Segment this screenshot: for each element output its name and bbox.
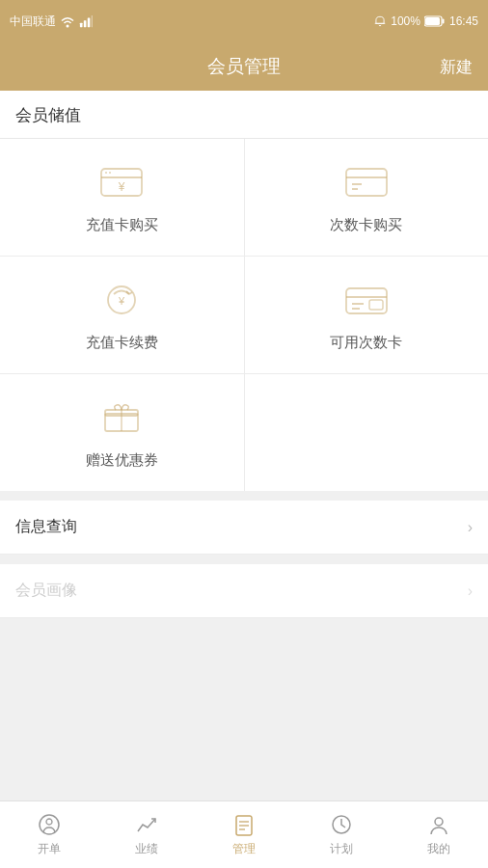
nav-jihua-label: 计划 [330,841,353,857]
separator-2 [0,555,488,564]
gift-coupon-cell[interactable]: 赠送优惠券 [0,374,245,491]
recharge-renew-cell[interactable]: ¥ 充值卡续费 [0,257,245,373]
grid-container: ¥ 充值卡购买 次数卡购买 [0,139,488,491]
carrier-text: 中国联通 [10,14,56,30]
nav-wode-label: 我的 [427,841,450,857]
new-button[interactable]: 新建 [440,56,473,78]
info-query-row[interactable]: 信息查询 › [0,501,488,555]
main-content: 会员储值 ¥ 充值卡购买 [0,91,488,800]
member-profile-row: 会员画像 › [0,564,488,618]
svg-point-0 [67,25,69,28]
nav-item-guanli[interactable]: 管理 [195,806,292,863]
recharge-renew-icon: ¥ [98,278,145,324]
member-profile-arrow: › [468,583,473,600]
svg-rect-12 [346,169,387,196]
battery-text: 100% [391,14,420,28]
wifi-icon [60,14,75,28]
nav-item-wode[interactable]: 我的 [391,806,488,863]
nav-yeji-label: 业绩 [135,841,158,857]
svg-rect-2 [84,20,87,27]
gift-icon [98,395,145,442]
svg-point-33 [435,818,443,826]
info-query-arrow: › [468,519,473,536]
notification-icon [373,14,387,28]
signal-icon [79,14,93,28]
nav-item-kaidan[interactable]: 开单 [0,806,97,863]
svg-point-27 [46,819,52,825]
page-title: 会员管理 [207,54,281,79]
svg-rect-1 [80,23,83,27]
separator-1 [0,491,488,501]
svg-rect-4 [92,15,93,27]
section-title: 会员储值 [0,91,488,139]
bottom-nav: 开单 业绩 管理 计划 [0,800,488,868]
empty-cell [245,374,489,491]
kaidan-icon [37,812,62,837]
gift-coupon-label: 赠送优惠券 [86,451,158,470]
header: 会员管理 新建 [0,42,488,91]
svg-rect-3 [88,18,91,28]
status-left: 中国联通 [10,14,93,30]
grid-row-1: ¥ 充值卡购买 次数卡购买 [0,139,488,257]
info-query-label: 信息查询 [15,517,468,537]
wode-icon [426,812,451,837]
svg-rect-22 [369,300,383,310]
yeji-icon [134,812,159,837]
svg-rect-7 [442,19,444,24]
status-right: 100% 16:45 [373,14,478,28]
grid-row-3: 赠送优惠券 [0,374,488,491]
recharge-renew-label: 充值卡续费 [86,334,158,352]
times-card-icon [343,160,390,206]
recharge-buy-cell[interactable]: ¥ 充值卡购买 [0,139,245,256]
nav-item-yeji[interactable]: 业绩 [97,806,195,863]
available-card-icon [343,278,390,324]
svg-text:¥: ¥ [118,295,125,307]
battery-icon [424,15,446,27]
svg-rect-8 [425,17,440,25]
recharge-buy-label: 充值卡购买 [86,216,158,234]
nav-kaidan-label: 开单 [38,841,61,857]
grid-row-2: ¥ 充值卡续费 可用次数卡 [0,257,488,374]
available-times-cell[interactable]: 可用次数卡 [245,257,489,373]
available-times-label: 可用次数卡 [330,334,402,352]
member-profile-label: 会员画像 [15,581,468,601]
time-text: 16:45 [449,14,478,28]
jihua-icon [329,812,354,837]
recharge-card-icon: ¥ [98,160,145,206]
guanli-icon [231,812,257,837]
nav-item-jihua[interactable]: 计划 [293,806,391,863]
nav-guanli-label: 管理 [232,841,256,857]
times-buy-label: 次数卡购买 [330,216,402,234]
svg-text:¥: ¥ [118,180,125,194]
status-bar: 中国联通 100% 16:45 [0,0,488,42]
times-buy-cell[interactable]: 次数卡购买 [245,139,489,256]
